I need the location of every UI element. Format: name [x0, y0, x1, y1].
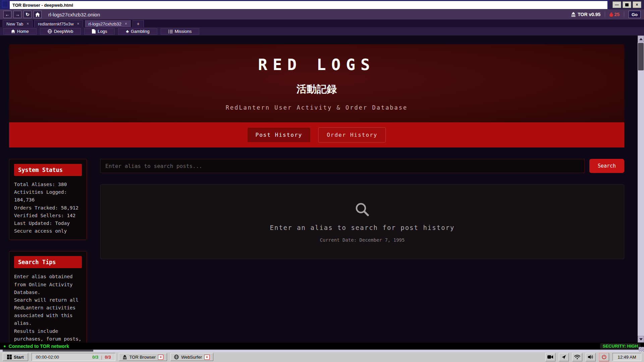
status-line: Verified Sellers: 142: [14, 212, 82, 220]
search-tips-title: Search Tips: [14, 256, 82, 268]
resize-grip[interactable]: [639, 347, 644, 352]
tab-close-icon[interactable]: ×: [77, 21, 79, 26]
post-history-tab[interactable]: Post History: [248, 128, 311, 142]
results-empty-state: Enter an alias to search for post histor…: [100, 184, 624, 259]
tray-wifi-button[interactable]: [572, 353, 582, 361]
vertical-scrollbar[interactable]: [638, 36, 644, 343]
taskbar-app-label: WebSurfer: [181, 355, 202, 360]
current-date: Current Date: December 7, 1995: [320, 237, 405, 243]
taskbar-app-tor-browser[interactable]: TOR Browser ×: [119, 353, 167, 361]
window-title: TOR Browser - deepweb.html: [12, 3, 73, 8]
tab-close-icon[interactable]: ×: [125, 21, 127, 26]
alias-search-input[interactable]: [100, 159, 585, 173]
bookmark-label: Gambling: [131, 29, 150, 34]
tab-redlantern[interactable]: redlanternkf75v3w ×: [34, 20, 83, 27]
tab-rl-logs-active[interactable]: rl-logs27cxhzb32 ×: [85, 20, 131, 27]
page-title: RED LOGS: [258, 56, 375, 74]
tip-line: Results include purchases, forum posts, …: [14, 327, 82, 343]
tab-new-tab[interactable]: New Tab ×: [3, 20, 33, 27]
tor-onion-icon: [571, 12, 576, 17]
window-controls: — ×: [609, 0, 644, 9]
titlebar-strip: TOR Browser - deepweb.html: [9, 1, 608, 9]
bookmark-label: Home: [17, 29, 29, 34]
start-label: Start: [14, 355, 24, 360]
search-button[interactable]: Search: [589, 159, 624, 173]
tray-volume-button[interactable]: [586, 353, 596, 361]
history-nav: Post History Order History: [9, 122, 624, 147]
status-line: Secure access only: [14, 227, 82, 235]
status-line: Total Aliases: 380: [14, 181, 82, 188]
browser-statusbar: ● Connected to TOR network SECURITY: HIG…: [0, 343, 644, 350]
bookmark-missions[interactable]: Missions: [161, 28, 200, 35]
status-line: Activities Logged: 184,736: [14, 188, 82, 204]
new-tab-button[interactable]: +: [132, 20, 144, 27]
go-button[interactable]: Go: [629, 11, 641, 18]
globe-icon: [48, 29, 52, 34]
navigation-arrow-icon: [561, 355, 566, 359]
connection-dot-icon: ●: [3, 344, 6, 349]
club-icon: ♣: [126, 29, 129, 34]
home-icon: [35, 12, 40, 17]
home-button[interactable]: [34, 11, 42, 18]
refresh-button[interactable]: ↻: [23, 11, 32, 18]
status-line: Orders Tracked: 58,912: [14, 204, 82, 212]
app-icon: [2, 1, 8, 7]
scrollbar-thumb[interactable]: [638, 43, 644, 70]
security-badge: SECURITY: HIGH: [600, 343, 641, 349]
address-bar[interactable]: [48, 12, 569, 17]
forward-button[interactable]: →: [13, 11, 21, 18]
forward-icon: →: [15, 12, 20, 17]
bookmark-deepweb[interactable]: DeepWeb: [40, 28, 81, 35]
session-time: 00:00-02:00: [36, 355, 90, 360]
order-history-tab[interactable]: Order History: [318, 127, 386, 142]
close-app-button[interactable]: ×: [158, 355, 163, 360]
session-timer-panel: 00:00-02:00 0/3 | 0/3: [32, 353, 115, 361]
tor-version-badge: TOR v0.95: [571, 12, 600, 17]
tray-navigation-button[interactable]: [559, 353, 569, 361]
go-label: Go: [632, 12, 638, 17]
main-column: Search Enter an alias to search for post…: [100, 159, 624, 343]
page-viewport: RED LOGS 活動記録 RedLantern User Activity &…: [0, 36, 644, 343]
maximize-icon: [625, 3, 629, 6]
globe-icon: [174, 355, 179, 359]
page-subtitle: RedLantern User Activity & Order Databas…: [226, 104, 408, 111]
bookmark-label: Missions: [175, 29, 192, 34]
tip-line: Enter alias obtained from Online Activit…: [14, 273, 82, 296]
camera-icon: [547, 355, 553, 359]
toolbar-separator: [605, 12, 605, 17]
toolbar-separator2: [624, 12, 624, 17]
bookmark-logs[interactable]: Logs: [84, 28, 115, 35]
close-icon: ×: [636, 2, 638, 7]
tab-label: rl-logs27cxhzb32: [89, 21, 121, 26]
status-line: Last Updated: Today: [14, 220, 82, 227]
search-magnifier-icon: [354, 201, 371, 218]
wifi-icon: [574, 355, 580, 359]
power-icon: [602, 355, 606, 359]
bookmarks-bar: Home DeepWeb Logs ♣ Gambling Missions: [0, 27, 644, 36]
maximize-button[interactable]: [623, 1, 631, 8]
bookmark-label: DeepWeb: [54, 29, 73, 34]
plus-icon: +: [137, 21, 140, 26]
tab-close-icon[interactable]: ×: [26, 21, 29, 26]
minimize-button[interactable]: —: [612, 1, 621, 8]
tab-label: redlanternkf75v3w: [38, 21, 73, 26]
scroll-up-button[interactable]: [638, 36, 644, 42]
taskbar-app-websurfer[interactable]: WebSurfer ×: [170, 353, 213, 361]
counter-green: 0/3: [92, 355, 98, 360]
bookmark-gambling[interactable]: ♣ Gambling: [118, 28, 157, 35]
tray-camera-button[interactable]: [545, 353, 555, 361]
page-title-japanese: 活動記録: [297, 82, 337, 96]
system-status-panel: System Status Total Aliases: 380 Activit…: [9, 159, 87, 240]
close-button[interactable]: ×: [633, 1, 641, 8]
document-icon: [92, 29, 96, 34]
back-icon: ←: [5, 12, 10, 17]
droplet-icon: [609, 12, 613, 17]
tip-line: Search will return all RedLantern activi…: [14, 296, 82, 327]
start-button[interactable]: Start: [3, 353, 28, 361]
close-app-button[interactable]: ×: [204, 355, 210, 360]
tray-power-button[interactable]: [599, 353, 609, 361]
bookmark-home[interactable]: Home: [3, 28, 37, 35]
scroll-down-button[interactable]: [638, 336, 644, 343]
minimize-icon: —: [615, 2, 619, 7]
back-button[interactable]: ←: [3, 11, 11, 18]
